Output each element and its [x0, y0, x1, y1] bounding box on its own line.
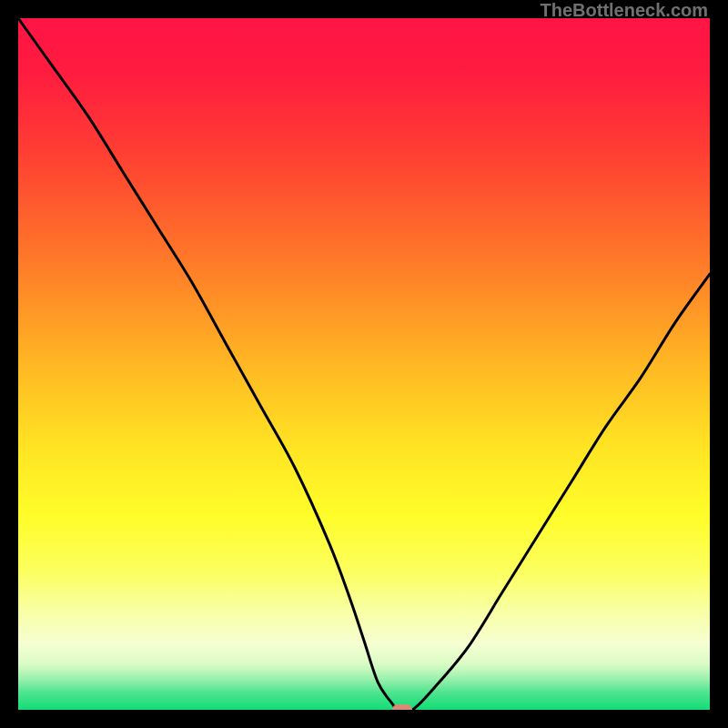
watermark-text: TheBottleneck.com	[541, 0, 708, 21]
plot-area	[18, 18, 710, 710]
chart-root: TheBottleneck.com	[0, 0, 728, 728]
minimum-marker	[392, 704, 412, 710]
bottleneck-curve	[18, 18, 710, 710]
